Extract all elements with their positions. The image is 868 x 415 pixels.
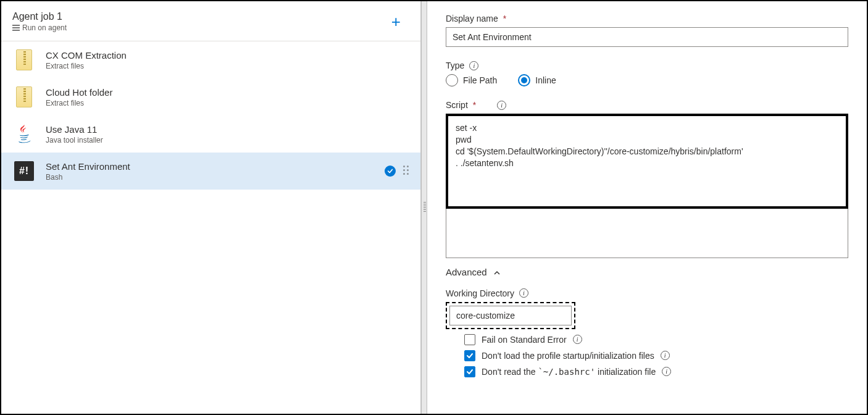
- norc-label-code: `~/.bashrc': [538, 367, 595, 377]
- task-subtitle: Extract files: [46, 99, 112, 107]
- panel-splitter[interactable]: [421, 1, 427, 414]
- agent-job-subtitle-text: Run on agent: [22, 23, 67, 32]
- task-title: Set Ant Environment: [46, 161, 130, 172]
- info-icon[interactable]: i: [519, 288, 528, 298]
- bash-icon: #!: [14, 159, 35, 183]
- radio-label-inline: Inline: [535, 75, 556, 85]
- type-radio-file-path[interactable]: File Path: [446, 74, 497, 86]
- agent-job-header: Agent job 1 Run on agent +: [1, 1, 420, 41]
- checkbox-checked-icon[interactable]: [464, 366, 475, 377]
- task-row-use-java-11[interactable]: Use Java 11 Java tool installer: [1, 115, 420, 153]
- server-icon: [12, 25, 20, 31]
- norc-row[interactable]: Don't read the `~/.bashrc' initializatio…: [446, 366, 848, 377]
- task-status-ok-icon: [385, 166, 396, 177]
- agent-job-title: Agent job 1: [12, 11, 67, 22]
- task-row-set-ant-environment[interactable]: #! Set Ant Environment Bash: [1, 153, 420, 190]
- info-icon[interactable]: i: [662, 367, 671, 376]
- script-field: Script * i set -x pwd cd '$(System.Defau…: [446, 100, 848, 258]
- script-textarea-extra[interactable]: [446, 209, 848, 258]
- display-name-input[interactable]: [446, 27, 848, 47]
- zip-icon: [14, 85, 35, 109]
- info-icon[interactable]: i: [469, 61, 478, 70]
- task-subtitle: Bash: [46, 173, 130, 182]
- working-directory-field: Working Directory i: [446, 288, 848, 329]
- task-row-cloud-hot-folder[interactable]: Cloud Hot folder Extract files: [1, 78, 420, 115]
- agent-job-subtitle: Run on agent: [12, 23, 67, 32]
- type-label: Type: [446, 61, 464, 70]
- norc-label-post: initialization file: [595, 367, 656, 377]
- chevron-up-icon: [493, 268, 501, 275]
- info-icon[interactable]: i: [497, 101, 506, 110]
- fail-on-error-row[interactable]: Fail on Standard Error i: [446, 334, 848, 345]
- radio-label-file-path: File Path: [463, 75, 497, 85]
- required-indicator: *: [503, 14, 506, 23]
- task-row-cx-com-extraction[interactable]: CX COM Extraction Extract files: [1, 41, 420, 78]
- task-list-panel: Agent job 1 Run on agent + CX COM Extrac…: [1, 1, 421, 414]
- advanced-label: Advanced: [446, 267, 487, 277]
- checkbox-unchecked-icon[interactable]: [464, 334, 475, 345]
- advanced-section-toggle[interactable]: Advanced: [446, 267, 848, 277]
- task-title: CX COM Extraction: [46, 50, 127, 61]
- zip-icon: [14, 48, 35, 72]
- norc-label-pre: Don't read the: [482, 367, 538, 377]
- type-radio-inline[interactable]: Inline: [518, 74, 556, 86]
- task-title: Cloud Hot folder: [46, 87, 112, 98]
- working-directory-highlight: [446, 302, 575, 329]
- task-subtitle: Extract files: [46, 62, 127, 70]
- task-subtitle: Java tool installer: [46, 136, 103, 145]
- task-title: Use Java 11: [46, 124, 103, 135]
- info-icon[interactable]: i: [573, 335, 582, 344]
- noprofile-row[interactable]: Don't load the profile startup/initializ…: [446, 350, 848, 361]
- working-directory-input[interactable]: [449, 306, 572, 325]
- noprofile-label: Don't load the profile startup/initializ…: [482, 351, 654, 361]
- task-detail-panel: Display name * Type i File Path: [427, 1, 867, 414]
- script-textarea[interactable]: set -x pwd cd '$(System.DefaultWorkingDi…: [446, 114, 848, 209]
- required-indicator: *: [473, 100, 476, 110]
- display-name-field: Display name *: [446, 14, 848, 47]
- script-label: Script: [446, 100, 468, 110]
- fail-on-error-label: Fail on Standard Error: [482, 335, 567, 345]
- display-name-label: Display name: [446, 14, 498, 23]
- working-directory-label: Working Directory: [446, 288, 514, 298]
- add-task-button[interactable]: +: [386, 11, 406, 32]
- type-field: Type i File Path Inline: [446, 61, 848, 86]
- norc-label: Don't read the `~/.bashrc' initializatio…: [482, 367, 656, 377]
- drag-handle-icon[interactable]: [403, 166, 409, 177]
- checkbox-checked-icon[interactable]: [464, 350, 475, 361]
- task-list: CX COM Extraction Extract files Cloud Ho…: [1, 41, 420, 190]
- info-icon[interactable]: i: [661, 351, 670, 360]
- java-icon: [14, 122, 35, 146]
